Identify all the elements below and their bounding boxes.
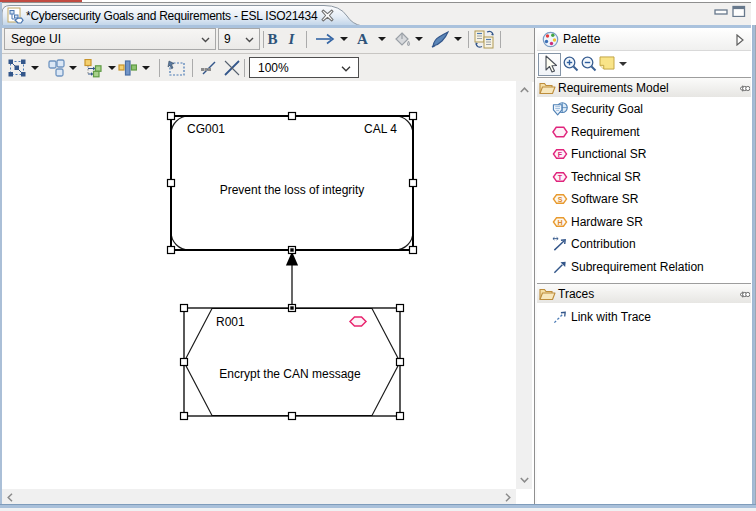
palette-item-label: Contribution xyxy=(571,237,636,252)
hardware-sr-icon: H xyxy=(552,214,568,230)
line-color-icon[interactable] xyxy=(430,30,452,49)
vertical-scrollbar[interactable] xyxy=(516,81,532,489)
chevron-down-icon xyxy=(341,66,351,72)
palette-item-security-goal[interactable]: Security Goal xyxy=(537,98,751,121)
palette-item-list: Link with Trace xyxy=(537,306,751,329)
palette-item-software-sr[interactable]: S Software SR xyxy=(537,188,751,211)
font-color-button[interactable]: A xyxy=(354,30,371,48)
technical-sr-icon: T xyxy=(552,169,568,185)
scroll-up-icon[interactable] xyxy=(520,87,529,93)
arrow-type-dropdown[interactable] xyxy=(340,37,348,41)
copy-appearance-icon[interactable] xyxy=(473,29,496,50)
chevron-down-icon xyxy=(201,37,210,43)
window-border-right xyxy=(751,25,756,504)
palette-item-list: Security Goal Requirement F Functional S… xyxy=(537,98,751,278)
minimize-view-icon[interactable] xyxy=(714,8,729,16)
scroll-left-icon[interactable] xyxy=(7,493,13,502)
open-folder-icon xyxy=(539,287,556,301)
palette-item-contribution[interactable]: Contribution xyxy=(537,233,751,256)
diagram-canvas[interactable]: CG001 CAL 4 Prevent the loss of integrit… xyxy=(2,81,516,489)
palette-item-label: Technical SR xyxy=(571,170,641,185)
straighten-edges-icon[interactable] xyxy=(222,59,242,78)
palette-icon xyxy=(542,31,559,48)
red-artifact-strip xyxy=(0,0,82,2)
requirement-icon xyxy=(552,124,568,140)
layout-dropdown[interactable] xyxy=(108,66,116,70)
chevron-down-icon xyxy=(245,37,254,43)
palette-item-functional-sr[interactable]: F Functional SR xyxy=(537,143,751,166)
palette-item-label: Subrequirement Relation xyxy=(571,260,704,275)
arrange-all-dropdown[interactable] xyxy=(69,66,77,70)
maximize-view-icon[interactable] xyxy=(732,5,746,17)
diagram-editor-icon xyxy=(7,7,24,24)
scroll-down-icon[interactable] xyxy=(520,477,529,483)
note-tool-icon[interactable] xyxy=(599,56,615,70)
link-with-trace-icon xyxy=(552,309,568,325)
sr-letter: S xyxy=(558,196,563,203)
palette-panel: Palette xyxy=(537,28,751,505)
requirement-id-label: R001 xyxy=(216,315,245,329)
editor-tab[interactable]: *Cybersecurity Goals and Requirements - … xyxy=(2,3,362,26)
palette-item-label: Software SR xyxy=(571,192,638,207)
palette-item-link-with-trace[interactable]: Link with Trace xyxy=(537,306,751,329)
pin-drawer-icon[interactable] xyxy=(739,83,750,94)
open-folder-icon xyxy=(539,81,556,95)
font-name-value: Segoe UI xyxy=(11,32,61,47)
tab-close-icon[interactable] xyxy=(321,9,334,22)
palette-header[interactable]: Palette xyxy=(537,28,751,51)
zoom-combo[interactable]: 100% xyxy=(249,57,359,78)
contribution-icon xyxy=(552,236,568,252)
arrow-type-icon[interactable] xyxy=(314,31,336,47)
zoom-value: 100% xyxy=(258,61,289,75)
sr-letter: F xyxy=(558,151,563,158)
sr-letter: T xyxy=(558,173,563,180)
palette-item-subrequirement-relation[interactable]: Subrequirement Relation xyxy=(537,256,751,279)
contribution-edge[interactable] xyxy=(286,252,298,309)
scroll-right-icon[interactable] xyxy=(505,493,511,502)
marquee-selection-icon[interactable] xyxy=(167,59,186,78)
font-color-dropdown[interactable] xyxy=(378,37,386,41)
note-tool-dropdown[interactable] xyxy=(619,62,627,66)
functional-sr-icon: F xyxy=(552,146,568,162)
fill-color-dropdown[interactable] xyxy=(415,37,423,41)
window-border-left xyxy=(0,2,2,504)
pin-drawer-icon[interactable] xyxy=(739,289,750,300)
drawer-traces[interactable]: Traces xyxy=(537,283,751,303)
select-all-icon[interactable] xyxy=(8,59,27,78)
bold-button[interactable]: B xyxy=(265,30,280,48)
zoom-out-icon[interactable] xyxy=(580,55,598,73)
palette-item-label: Requirement xyxy=(571,125,640,140)
layout-icon[interactable] xyxy=(84,59,103,78)
zoom-in-icon[interactable] xyxy=(562,55,580,73)
font-size-combo[interactable]: 9 xyxy=(218,28,260,50)
italic-button[interactable]: I xyxy=(285,30,298,48)
select-all-dropdown[interactable] xyxy=(31,66,39,70)
palette-item-requirement[interactable]: Requirement xyxy=(537,121,751,144)
font-name-combo[interactable]: Segoe UI xyxy=(4,28,216,50)
goal-cal-label: CAL 4 xyxy=(364,122,397,136)
palette-item-hardware-sr[interactable]: H Hardware SR xyxy=(537,211,751,234)
arrange-all-icon[interactable] xyxy=(47,59,66,78)
application-window: *Cybersecurity Goals and Requirements - … xyxy=(0,0,756,511)
remove-bendpoints-icon[interactable] xyxy=(199,59,219,78)
fill-color-icon[interactable] xyxy=(394,31,412,48)
requirement-node[interactable]: R001 Encrypt the CAN message xyxy=(184,308,400,416)
line-color-dropdown[interactable] xyxy=(454,37,462,41)
align-dropdown[interactable] xyxy=(142,66,150,70)
align-icon[interactable] xyxy=(118,59,137,78)
diagram-toolbar: 100% xyxy=(2,54,534,82)
drawer-label: Traces xyxy=(558,287,594,301)
drawer-requirements-model[interactable]: Requirements Model xyxy=(537,77,751,97)
select-tool-button[interactable] xyxy=(538,53,561,76)
editor-tab-bar: *Cybersecurity Goals and Requirements - … xyxy=(2,2,751,26)
security-goal-icon xyxy=(552,101,568,117)
goal-id-label: CG001 xyxy=(187,122,225,136)
requirement-badge-icon xyxy=(350,317,366,326)
palette-title: Palette xyxy=(563,32,600,47)
horizontal-scrollbar[interactable] xyxy=(2,489,516,504)
goal-text-label: Prevent the loss of integrity xyxy=(220,183,365,197)
palette-collapse-icon[interactable] xyxy=(736,34,744,46)
security-goal-node[interactable]: CG001 CAL 4 Prevent the loss of integrit… xyxy=(171,116,413,250)
palette-item-label: Security Goal xyxy=(571,102,643,117)
palette-item-technical-sr[interactable]: T Technical SR xyxy=(537,166,751,189)
